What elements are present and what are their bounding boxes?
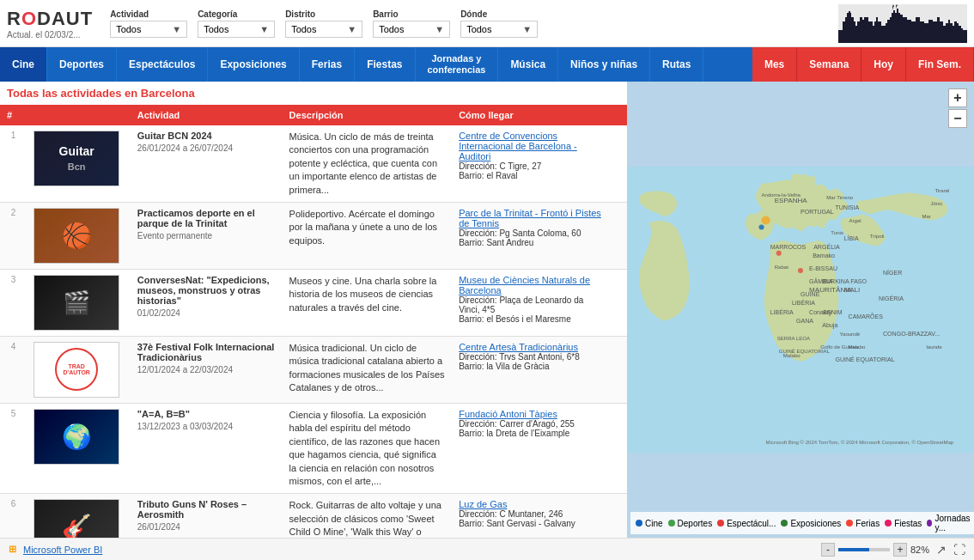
row-description: Ciencia y filosofía. La exposición habla… — [283, 403, 453, 493]
filter-barrio-select[interactable]: Todos ▼ — [373, 21, 450, 38]
share-icon[interactable]: ↗ — [936, 543, 947, 557]
svg-text:NÍGER: NÍGER — [883, 269, 902, 276]
filter-actividad-value: Todos — [116, 24, 141, 34]
legend-espectaculos-label: Espectácul... — [727, 519, 776, 528]
row-image: 🏀 — [27, 202, 131, 269]
svg-text:Microsoft Bing  © 2024 TomTom,: Microsoft Bing © 2024 TomTom, © 2024 Mic… — [766, 440, 954, 445]
time-buttons: Mes Semana Hoy Fin Sem. — [752, 47, 974, 82]
svg-text:Mar: Mar — [922, 214, 930, 219]
svg-text:Conakry: Conakry — [809, 309, 832, 316]
svg-point-5 — [776, 251, 782, 256]
cat-jornadas[interactable]: Jornadas y conferencias — [416, 47, 499, 82]
legend-fiestas-label: Fiestas — [894, 519, 922, 528]
time-hoy[interactable]: Hoy — [861, 47, 906, 82]
legend-ferias-label: Ferias — [855, 519, 880, 528]
row-extra — [612, 125, 627, 202]
row-number: 2 — [0, 202, 27, 269]
row-activity: Tributo Guns N' Roses – Aerosmith 26/01/… — [131, 494, 283, 538]
cat-cine[interactable]: Cine — [0, 47, 47, 82]
row-how: Centre Artesà Tradicionàrius Dirección: … — [452, 336, 612, 403]
table-row: 4 TRADD'AUTOR 37è Festival Folk Internac… — [0, 336, 627, 403]
table-section: Todas las actividades en Barcelona # Act… — [0, 82, 627, 538]
table-row: 5 🌍 "A=A, B=B" 13/12/2023 a 03/03/2024 C… — [0, 403, 627, 493]
powerbi-link[interactable]: Microsoft Power BI — [23, 545, 102, 555]
svg-text:Malabo: Malabo — [849, 344, 866, 350]
row-number: 3 — [0, 269, 27, 336]
time-mes[interactable]: Mes — [752, 47, 797, 82]
cat-fiestas[interactable]: Fiestas — [355, 47, 415, 82]
row-description: Polideportivo. Acércate el domingo por l… — [283, 202, 453, 269]
filter-actividad-select[interactable]: Todos ▼ — [110, 21, 187, 38]
cat-ninos[interactable]: Niños y niñas — [558, 47, 650, 82]
svg-text:TUNISIA: TUNISIA — [835, 204, 859, 210]
legend-exposiciones-label: Exposiciones — [790, 519, 841, 528]
svg-text:CONGO-BRAZZAV...: CONGO-BRAZZAV... — [883, 331, 940, 337]
filter-actividad: Actividad Todos ▼ — [110, 9, 187, 38]
table-wrapper[interactable]: # Actividad Descripción Cómo llegar 1 Gu… — [0, 105, 627, 538]
expand-icon[interactable]: ⛶ — [953, 543, 965, 557]
chevron-down-icon: ▼ — [259, 24, 269, 34]
map-zoom-out[interactable]: − — [948, 109, 967, 128]
svg-text:Tiranë: Tiranë — [935, 188, 951, 193]
time-fin-sem[interactable]: Fin Sem. — [906, 47, 974, 82]
footer: ⊞ Microsoft Power BI - + 82% ↗ ⛶ — [0, 538, 974, 560]
row-number: 1 — [0, 125, 27, 202]
map-placeholder[interactable]: ESPANHA PORTUGAL TUNISIA MARROCOS ARGÉLI… — [627, 82, 974, 538]
legend-deportes: Deportes — [668, 514, 713, 533]
filter-distrito-value: Todos — [291, 24, 316, 34]
logo: RODAUT Actual. el 02/03/2... — [7, 8, 93, 40]
filter-categoria-select[interactable]: Todos ▼ — [198, 21, 275, 38]
legend-jornadas-label: Jornadas y... — [934, 514, 971, 533]
svg-text:GANA: GANA — [796, 318, 813, 324]
filter-categoria: Categoría Todos ▼ — [198, 9, 275, 38]
ms-logo-icon: ⊞ — [9, 544, 16, 555]
row-activity: "A=A, B=B" 13/12/2023 a 03/03/2024 — [131, 403, 283, 493]
filter-distrito-label: Distrito — [285, 9, 362, 19]
svg-text:launde: launde — [926, 344, 942, 350]
zoom-minus-button[interactable]: - — [821, 543, 835, 557]
main-content: Todas las actividades en Barcelona # Act… — [0, 82, 974, 538]
col-header-extra — [612, 105, 627, 125]
row-number: 4 — [0, 336, 27, 403]
svg-text:Mar Tirreno: Mar Tirreno — [826, 195, 854, 200]
zoom-slider[interactable] — [838, 548, 890, 551]
row-image: 🎬 — [27, 269, 131, 336]
cat-deportes[interactable]: Deportes — [47, 47, 117, 82]
zoom-slider-fill — [838, 548, 869, 551]
chevron-down-icon: ▼ — [172, 24, 181, 34]
row-activity: ConversesNat: "Expedicions, museos, mons… — [131, 269, 283, 336]
cat-musica[interactable]: Música — [498, 47, 558, 82]
svg-text:Bamako: Bamako — [813, 253, 835, 259]
svg-text:MALI: MALI — [844, 286, 861, 294]
table-row: 2 🏀 Practicamos deporte en el parque de … — [0, 202, 627, 269]
filter-barrio: Barrio Todos ▼ — [373, 9, 450, 38]
row-activity: Guitar BCN 2024 26/01/2024 a 26/07/2024 — [131, 125, 283, 202]
row-description: Museos y cine. Una charla sobre la histo… — [283, 269, 453, 336]
cat-espectaculos[interactable]: Espectáculos — [117, 47, 208, 82]
zoom-plus-button[interactable]: + — [893, 543, 907, 557]
row-how: Museu de Ciències Naturals de Barcelona … — [452, 269, 612, 336]
svg-text:Jónic: Jónic — [931, 201, 943, 206]
filter-donde-select[interactable]: Todos ▼ — [460, 21, 538, 38]
barcelona-skyline — [838, 4, 967, 43]
filter-barrio-label: Barrio — [373, 9, 450, 19]
svg-text:Trípoli: Trípoli — [870, 234, 885, 239]
table-row: 6 🎸 Tributo Guns N' Roses – Aerosmith 26… — [0, 494, 627, 538]
cat-rutas[interactable]: Rutas — [650, 47, 703, 82]
table-title: Todas las actividades en Barcelona — [0, 82, 627, 105]
map-controls: + − — [948, 88, 967, 128]
cat-ferias[interactable]: Ferias — [300, 47, 355, 82]
cat-exposiciones[interactable]: Exposiciones — [208, 47, 299, 82]
svg-text:PORTUGAL: PORTUGAL — [801, 209, 834, 215]
legend-jornadas-dot — [927, 520, 932, 527]
row-how: Centre de Convencions Internacional de B… — [452, 125, 612, 202]
filter-distrito-select[interactable]: Todos ▼ — [285, 21, 362, 38]
row-description: Rock. Guitarras de alto voltaje y una se… — [283, 494, 453, 538]
legend-exposiciones: Exposiciones — [781, 514, 841, 533]
svg-text:Andorra-la-Velha: Andorra-la-Velha — [762, 192, 801, 198]
filter-donde-value: Todos — [466, 24, 491, 34]
map-zoom-in[interactable]: + — [948, 88, 967, 107]
col-header-como: Cómo llegar — [452, 105, 612, 125]
row-how: Parc de la Trinitat - Frontó i Pistes de… — [452, 202, 612, 269]
time-semana[interactable]: Semana — [797, 47, 861, 82]
